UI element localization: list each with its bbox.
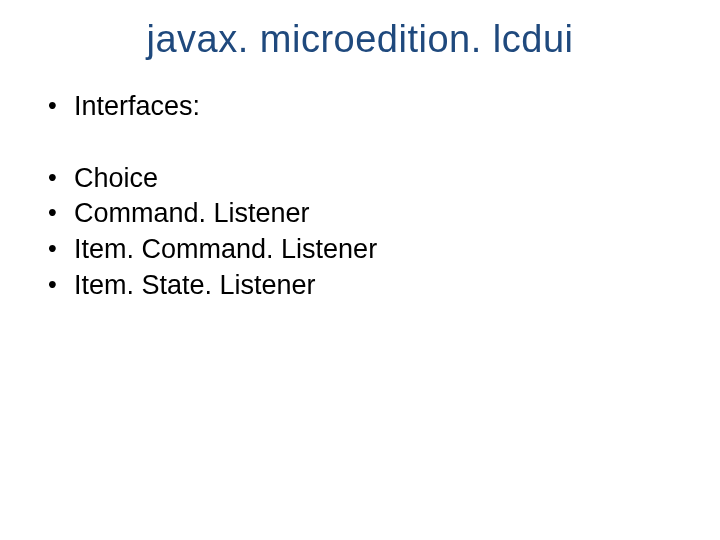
list-item: Command. Listener [44,196,692,232]
spacer [28,125,692,161]
interface-list: Choice Command. Listener Item. Command. … [28,161,692,304]
slide-container: javax. microedition. lcdui Interfaces: C… [0,0,720,540]
list-item: Item. Command. Listener [44,232,692,268]
list-item: Item. State. Listener [44,268,692,304]
slide-title: javax. microedition. lcdui [28,18,692,61]
section-heading: Interfaces: [44,89,692,125]
list-item: Choice [44,161,692,197]
slide-body-list: Interfaces: [28,89,692,125]
